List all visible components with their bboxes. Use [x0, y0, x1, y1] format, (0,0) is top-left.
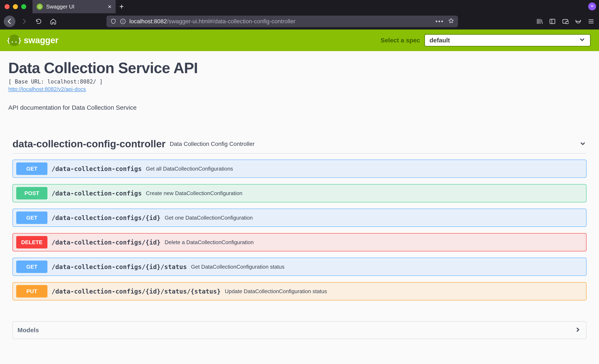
operation-summary: Update DataCollectionConfiguration statu… [225, 288, 327, 295]
operation-summary: Create new DataCollectionConfiguration [146, 190, 242, 196]
nav-home-button[interactable] [47, 16, 59, 27]
site-info-icon[interactable] [120, 18, 126, 25]
extension-badge-icon[interactable] [588, 2, 596, 10]
tab-favicon-swagger-icon: {} [37, 4, 43, 10]
swagger-brand[interactable]: {..} swagger [8, 34, 58, 46]
app-menu-icon[interactable] [587, 17, 595, 25]
operation-path: /data-collection-configs [52, 165, 142, 172]
operation-path: /data-collection-configs [52, 190, 142, 197]
tracking-protection-icon[interactable] [110, 18, 116, 25]
bookmark-star-icon[interactable] [448, 18, 454, 25]
swagger-topbar: {..} swagger Select a spec default [0, 29, 599, 51]
operation-path: /data-collection-configs/{id} [52, 214, 160, 221]
operation-summary: Delete a DataCollectionConfiguration [165, 239, 254, 245]
chevron-down-icon [579, 140, 587, 148]
browser-chrome: {} Swagger UI × + [0, 0, 599, 29]
svg-point-10 [579, 21, 580, 22]
nav-forward-button [18, 16, 30, 27]
library-icon[interactable] [535, 17, 544, 25]
url-text: localhost:8082/swagger-ui.html#/data-col… [129, 18, 432, 25]
operation-summary: Get DataCollectionConfiguration status [191, 264, 284, 270]
window-minimize-button[interactable] [13, 4, 18, 9]
window-close-button[interactable] [5, 4, 9, 9]
url-bar[interactable]: localhost:8082/swagger-ui.html#/data-col… [106, 16, 458, 27]
models-section[interactable]: Models [12, 321, 587, 339]
browser-tab-active[interactable]: {} Swagger UI × [32, 0, 116, 13]
http-method-badge: GET [16, 162, 47, 175]
svg-rect-5 [550, 19, 555, 24]
http-method-badge: PUT [16, 285, 47, 297]
window-controls [2, 4, 32, 9]
browser-titlebar: {} Swagger UI × + [0, 0, 599, 13]
operation-row[interactable]: POST/data-collection-configsCreate new D… [12, 184, 587, 202]
tag-description: Data Collection Config Controller [170, 141, 255, 147]
api-description: API documentation for Data Collection Se… [8, 104, 591, 111]
svg-text:{}: {} [39, 6, 40, 8]
operation-path: /data-collection-configs/{id}/status [52, 263, 187, 271]
operations-list: GET/data-collection-configsGet all DataC… [12, 160, 587, 300]
api-base-url: [ Base URL: localhost:8082/ ] [8, 78, 591, 85]
spec-select-value: default [430, 37, 450, 44]
page-actions-icon[interactable]: ••• [435, 18, 444, 25]
spec-select-label: Select a spec [381, 37, 420, 44]
http-method-badge: GET [16, 212, 47, 224]
swagger-content: Data Collection Service API [ Base URL: … [0, 51, 599, 352]
models-label: Models [18, 327, 39, 334]
operation-row[interactable]: GET/data-collection-configsGet all DataC… [12, 160, 587, 178]
operation-summary: Get all DataCollectionConfigurations [146, 166, 233, 172]
chevron-right-icon [574, 326, 581, 334]
tab-title: Swagger UI [46, 4, 74, 10]
swagger-logo-icon: {..} [8, 34, 20, 46]
operation-row[interactable]: DELETE/data-collection-configs/{id}Delet… [12, 233, 587, 251]
operation-summary: Get one DataCollectionConfiguration [165, 215, 253, 221]
api-docs-link[interactable]: http://localhost:8082/v2/api-docs [8, 86, 86, 93]
svg-point-3 [123, 20, 123, 21]
nav-reload-button[interactable] [33, 16, 44, 27]
svg-rect-8 [566, 21, 569, 24]
svg-rect-4 [123, 21, 123, 23]
api-title: Data Collection Service API [8, 59, 591, 76]
swagger-brand-text: swagger [24, 35, 58, 45]
tag-section: data-collection-config-controller Data C… [8, 138, 591, 339]
operation-path: /data-collection-configs/{id} [52, 239, 160, 246]
mask-icon[interactable] [574, 17, 582, 25]
operation-row[interactable]: GET/data-collection-configs/{id}/statusG… [12, 258, 587, 276]
svg-point-9 [577, 21, 578, 22]
toolbar-right [535, 17, 595, 25]
operation-row[interactable]: GET/data-collection-configs/{id}Get one … [12, 209, 587, 227]
tab-close-button[interactable]: × [108, 4, 112, 10]
browser-toolbar: localhost:8082/swagger-ui.html#/data-col… [0, 13, 599, 29]
http-method-badge: POST [16, 187, 47, 199]
chevron-down-icon [578, 36, 586, 45]
window-zoom-button[interactable] [21, 4, 26, 9]
screenshot-icon[interactable] [561, 17, 570, 25]
nav-back-button[interactable] [4, 16, 15, 27]
sidebar-icon[interactable] [548, 17, 556, 25]
operation-path: /data-collection-configs/{id}/status/{st… [52, 288, 221, 295]
http-method-badge: DELETE [16, 236, 47, 248]
new-tab-button[interactable]: + [116, 2, 127, 11]
spec-select[interactable]: default [424, 34, 591, 47]
operation-row[interactable]: PUT/data-collection-configs/{id}/status/… [12, 282, 587, 300]
tag-header[interactable]: data-collection-config-controller Data C… [12, 138, 587, 154]
tag-name: data-collection-config-controller [12, 138, 166, 150]
http-method-badge: GET [16, 261, 47, 273]
